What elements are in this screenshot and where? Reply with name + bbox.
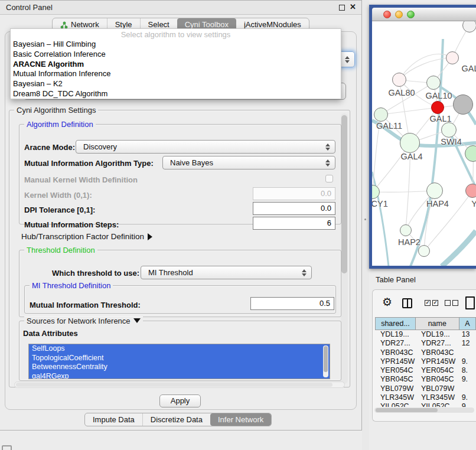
table-horizontal-scrollbar[interactable] [374, 407, 474, 413]
table-cell: YER054C [416, 366, 459, 375]
network-node[interactable] [418, 245, 430, 257]
table-cell: YLR345W [416, 393, 459, 402]
checked-box-icon[interactable]: ✓ [425, 300, 431, 306]
scrollbar-thumb[interactable] [376, 408, 438, 412]
hub-definition-label: Hub/Transcription Factor Definition [21, 232, 144, 241]
tab-label: Discretize Data [151, 413, 203, 426]
minimized-panel-icon[interactable] [2, 445, 12, 450]
network-node[interactable] [465, 184, 476, 198]
network-node[interactable] [400, 224, 412, 236]
threshold-combobox[interactable]: MI Threshold [141, 266, 312, 279]
gear-icon[interactable]: ⚙ [382, 295, 392, 309]
algorithm-option[interactable]: ARACNE Algorithm [13, 60, 338, 70]
scrollbar-thumb[interactable] [16, 383, 332, 387]
document-icon[interactable] [465, 296, 475, 309]
algorithm-option[interactable]: Bayesian – Hill Climbing [13, 40, 338, 50]
algorithm-dropdown: Select algorithm to view settings Bayesi… [10, 28, 341, 99]
collapse-arrow-icon [133, 318, 141, 323]
tab-infer-network[interactable]: Infer Network [210, 413, 271, 426]
network-window-titlebar[interactable] [372, 8, 476, 21]
network-node[interactable] [441, 122, 457, 138]
hub-definition-expander[interactable]: Hub/Transcription Factor Definition [21, 232, 152, 241]
aracne-mode-combobox[interactable]: Discovery [76, 140, 335, 154]
table-row[interactable]: YBL079WYBL079W [375, 384, 476, 393]
table-cell: YDL19... [416, 330, 459, 339]
mi-threshold-input[interactable]: 0.5 [250, 297, 334, 310]
column-header-name[interactable]: name [416, 317, 459, 330]
table-row[interactable]: YER054CYER054C8. [375, 366, 476, 375]
minimize-traffic-light-icon[interactable] [395, 11, 403, 18]
panel-divider[interactable] [362, 0, 369, 450]
table-row[interactable]: YBR045CYBR045C9. [375, 375, 476, 384]
network-node[interactable] [400, 133, 420, 153]
table-cell: YIL052C [416, 402, 459, 407]
field-value: 0.0 [321, 189, 331, 198]
tab-discretize-data[interactable]: Discretize Data [142, 413, 210, 426]
table-body: YDL19...YDL19...13YDR27...YDR27...12YBR0… [375, 330, 476, 407]
table-row[interactable]: YDR27...YDR27...12 [375, 339, 476, 348]
table-row[interactable]: YDL19...YDL19...13 [375, 330, 476, 339]
field-value: 0.0 [321, 204, 331, 213]
network-node[interactable] [446, 51, 459, 64]
scrollbar-thumb[interactable] [341, 115, 347, 273]
node-label: GAL11 [376, 121, 402, 131]
dpi-tolerance-input[interactable]: 0.0 [253, 202, 335, 215]
table-cell: 12 [459, 339, 476, 348]
attribute-item-selected[interactable]: SelfLoops [29, 344, 330, 354]
table-cell: YER054C [375, 366, 416, 375]
column-header-partial[interactable]: A [459, 317, 476, 330]
unchecked-box-icon[interactable] [452, 300, 458, 306]
apply-button[interactable]: Apply [159, 394, 201, 407]
float-window-icon[interactable] [339, 5, 345, 11]
table-cell: YDR27... [416, 339, 459, 348]
divider-handle-icon [364, 219, 366, 220]
table-cell: YPR145W [416, 357, 459, 366]
tab-impute-data[interactable]: Impute Data [85, 413, 142, 426]
network-node[interactable] [392, 73, 406, 87]
network-tab-icon [60, 21, 68, 29]
network-node[interactable] [426, 182, 443, 199]
close-icon[interactable]: ✕ [350, 2, 356, 11]
node-label: GAL10 [425, 91, 452, 100]
spinner-icon [345, 56, 350, 64]
column-header-shared-name[interactable]: shared... [375, 317, 416, 330]
table-cell: 9. [459, 393, 476, 402]
algorithm-option[interactable]: Basic Correlation Inference [13, 50, 338, 60]
network-canvas[interactable]: GALGAL80GAL10GAL1GAL11SWI4GAL4GCY1HAP4YH… [372, 21, 476, 266]
network-node[interactable] [431, 101, 444, 114]
zoom-traffic-light-icon[interactable] [407, 11, 415, 18]
unchecked-box-icon[interactable] [445, 300, 451, 306]
table-cell: 9. [459, 375, 476, 384]
kernel-width-input[interactable]: 0.0 [253, 187, 335, 200]
network-node[interactable] [462, 21, 476, 32]
attribute-item-selected[interactable]: gal4RGexp [29, 372, 330, 380]
attribute-item-selected[interactable]: TopologicalCoefficient [29, 354, 330, 363]
scrollbar-thumb[interactable] [324, 346, 328, 372]
mi-type-combobox[interactable]: Naive Bayes [162, 156, 335, 169]
settings-horizontal-scrollbar[interactable] [14, 381, 345, 388]
network-node[interactable] [426, 76, 441, 90]
algorithm-option[interactable]: Dream8 DC_TDC Algorithm [13, 89, 338, 99]
spinner-icon [302, 269, 307, 277]
algorithm-option[interactable]: Mutual Information Inference [13, 69, 338, 79]
network-node[interactable] [374, 107, 388, 122]
algorithm-option[interactable]: Bayesian – K2 [13, 79, 338, 89]
table-row[interactable]: YBR043CYBR043C [375, 348, 476, 357]
network-node[interactable] [453, 94, 473, 115]
sources-group: Sources for Network Inference Data Attri… [19, 321, 341, 381]
split-pane-icon[interactable] [402, 298, 412, 308]
table-row[interactable]: YIL052CYIL052C9. [375, 402, 476, 407]
checked-box-icon[interactable]: ✓ [432, 300, 438, 306]
table-row[interactable]: YPR145WYPR145W9. [375, 357, 476, 366]
data-attributes-list[interactable]: SelfLoopsTopologicalCoefficientBetweenne… [28, 344, 330, 379]
field-value: 0.5 [319, 299, 330, 308]
sources-expander[interactable]: Sources for Network Inference [24, 317, 143, 325]
algorithm-definition-group: Algorithm Definition Aracne Mode: Discov… [19, 124, 341, 224]
mi-steps-input[interactable]: 6 [253, 217, 335, 230]
attributes-scrollbar[interactable] [323, 345, 328, 377]
attribute-item-selected[interactable]: BetweennessCentrality [29, 363, 330, 372]
settings-vertical-scrollbar[interactable] [341, 113, 348, 384]
table-row[interactable]: YLR345WYLR345W9. [375, 393, 476, 402]
close-traffic-light-icon[interactable] [383, 11, 391, 18]
manual-kernel-checkbox[interactable] [325, 175, 333, 182]
